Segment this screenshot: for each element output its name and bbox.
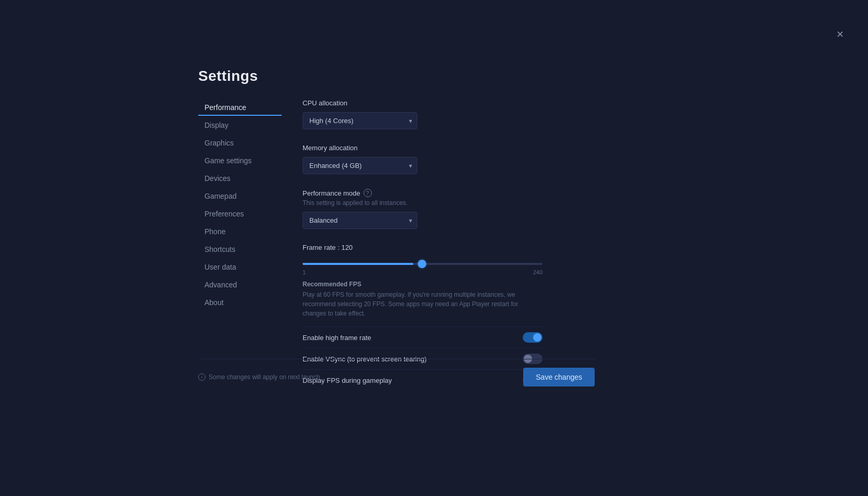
sidebar-item-graphics[interactable]: Graphics [198,135,282,151]
toggle-high-frame-rate[interactable] [523,332,542,343]
close-icon: ✕ [836,29,844,40]
performance-mode-subtitle: This setting is applied to all instances… [303,199,584,207]
footer-note-text: Some changes will apply on next launch [209,373,320,381]
sidebar-item-phone[interactable]: Phone [198,223,282,240]
toggle-high-frame-rate-slider [523,332,542,343]
sidebar: Performance Display Graphics Game settin… [198,99,282,391]
slider-range: 1 240 [303,269,542,275]
content-area: CPU allocation High (4 Cores) ▾ Memory a… [282,99,595,391]
sidebar-item-shortcuts[interactable]: Shortcuts [198,241,282,258]
cpu-allocation-dropdown-wrapper: High (4 Cores) ▾ [303,112,417,129]
performance-mode-dropdown[interactable]: Balanced [303,212,417,229]
memory-allocation-dropdown-wrapper: Enhanced (4 GB) ▾ [303,157,417,174]
frame-rate-section: Frame rate : 120 1 240 Recommended FPS P… [303,244,584,318]
memory-allocation-dropdown[interactable]: Enhanced (4 GB) [303,157,417,174]
sidebar-item-advanced[interactable]: Advanced [198,276,282,293]
performance-mode-help-icon[interactable]: ? [364,189,372,197]
sidebar-item-gamepad[interactable]: Gamepad [198,188,282,204]
frame-rate-slider-wrapper [303,258,542,267]
performance-mode-section: Performance mode ? This setting is appli… [303,189,584,229]
toggle-label-high-frame-rate: Enable high frame rate [303,334,371,342]
performance-mode-label-row: Performance mode ? [303,189,584,197]
footer-note: i Some changes will apply on next launch [198,373,320,381]
performance-mode-label: Performance mode [303,189,360,197]
save-changes-button[interactable]: Save changes [523,368,595,386]
footer: i Some changes will apply on next launch… [198,359,595,386]
sidebar-item-display[interactable]: Display [198,117,282,134]
sidebar-item-game-settings[interactable]: Game settings [198,152,282,169]
sidebar-item-user-data[interactable]: User data [198,259,282,275]
sidebar-item-preferences[interactable]: Preferences [198,205,282,222]
sidebar-item-about[interactable]: About [198,294,282,311]
sidebar-item-devices[interactable]: Devices [198,170,282,187]
recommended-fps-title: Recommended FPS [303,281,542,288]
frame-rate-label: Frame rate : 120 [303,244,584,251]
close-button[interactable]: ✕ [833,27,847,42]
frame-rate-slider[interactable] [303,263,542,265]
recommended-fps-text: Play at 60 FPS for smooth gameplay. If y… [303,290,542,318]
cpu-allocation-section: CPU allocation High (4 Cores) ▾ [303,99,584,129]
sidebar-item-performance[interactable]: Performance [198,99,282,116]
toggle-row-high-frame-rate: Enable high frame rate [303,326,542,348]
recommended-fps-section: Recommended FPS Play at 60 FPS for smoot… [303,281,542,318]
slider-max-label: 240 [533,269,542,275]
memory-allocation-label: Memory allocation [303,144,584,152]
cpu-allocation-dropdown[interactable]: High (4 Cores) [303,112,417,129]
memory-allocation-section: Memory allocation Enhanced (4 GB) ▾ [303,144,584,174]
cpu-allocation-label: CPU allocation [303,99,584,107]
settings-layout: Performance Display Graphics Game settin… [198,68,595,391]
footer-info-icon: i [198,373,206,381]
slider-min-label: 1 [303,269,306,275]
performance-mode-dropdown-wrapper: Balanced ▾ [303,212,417,229]
